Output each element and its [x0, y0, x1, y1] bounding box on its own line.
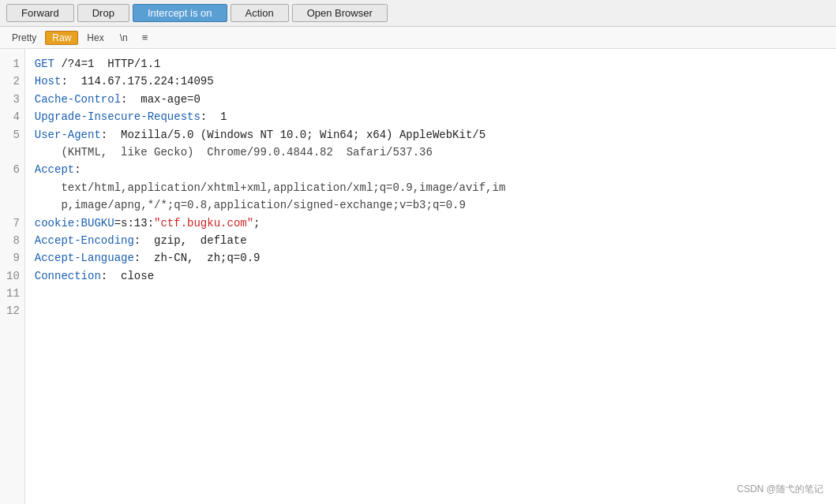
- line-num-1: 1: [6, 55, 20, 73]
- hex-button[interactable]: Hex: [80, 31, 111, 45]
- forward-button[interactable]: Forward: [6, 4, 74, 22]
- line-num-11: 11: [6, 285, 20, 302]
- raw-button[interactable]: Raw: [45, 31, 78, 45]
- http-line-10: Connection: close: [35, 267, 827, 285]
- line-num-3: 3: [6, 91, 20, 108]
- line-num-6b: [6, 179, 20, 196]
- http-line-2: Host: 114.67.175.224:14095: [35, 73, 827, 90]
- pretty-button[interactable]: Pretty: [5, 31, 43, 45]
- http-line-6b: text/html,application/xhtml+xml,applicat…: [35, 179, 827, 196]
- http-line-1: GET /?4=1 HTTP/1.1: [35, 55, 827, 73]
- http-content-area: 1 2 3 4 5 6 7 8 9 10 11 12 GET /?4=1 HTT…: [0, 49, 836, 504]
- line-num-10: 10: [6, 267, 20, 285]
- action-button[interactable]: Action: [231, 4, 289, 22]
- http-line-8: Accept-Encoding: gzip, deflate: [35, 232, 827, 249]
- http-line-11: [35, 285, 827, 302]
- http-line-4: Upgrade-Insecure-Requests: 1: [35, 108, 827, 125]
- open-browser-button[interactable]: Open Browser: [292, 4, 388, 22]
- menu-button[interactable]: ≡: [137, 30, 154, 45]
- intercept-button[interactable]: Intercept is on: [133, 4, 227, 22]
- main-toolbar: Forward Drop Intercept is on Action Open…: [0, 0, 836, 27]
- http-line-6a: Accept:: [35, 161, 827, 178]
- line-num-6: 6: [6, 161, 20, 178]
- watermark: CSDN @随弋的笔记: [737, 483, 823, 496]
- line-num-4: 4: [6, 108, 20, 125]
- http-line-3: Cache-Control: max-age=0: [35, 91, 827, 108]
- line-num-5: 5: [6, 126, 20, 144]
- line-num-6c: [6, 196, 20, 214]
- line-num-5b: [6, 144, 20, 161]
- line-num-8: 8: [6, 232, 20, 249]
- http-line-9: Accept-Language: zh-CN, zh;q=0.9: [35, 249, 827, 267]
- http-line-7: cookie:BUGKU=s:13:"ctf.bugku.com";: [35, 215, 827, 232]
- line-num-12: 12: [6, 302, 20, 319]
- drop-button[interactable]: Drop: [77, 4, 129, 22]
- newline-button[interactable]: \n: [113, 31, 135, 45]
- http-line-12: [35, 302, 827, 319]
- http-line-6c: p,image/apng,*/*;q=0.8,application/signe…: [35, 196, 827, 214]
- http-line-5b: (KHTML, like Gecko) Chrome/99.0.4844.82 …: [35, 144, 827, 161]
- line-num-9: 9: [6, 249, 20, 267]
- sub-toolbar: Pretty Raw Hex \n ≡: [0, 27, 836, 49]
- line-num-2: 2: [6, 73, 20, 90]
- line-num-7: 7: [6, 215, 20, 232]
- line-numbers: 1 2 3 4 5 6 7 8 9 10 11 12: [0, 49, 25, 504]
- http-line-5a: User-Agent: Mozilla/5.0 (Windows NT 10.0…: [35, 126, 827, 144]
- http-body[interactable]: GET /?4=1 HTTP/1.1 Host: 114.67.175.224:…: [25, 49, 836, 504]
